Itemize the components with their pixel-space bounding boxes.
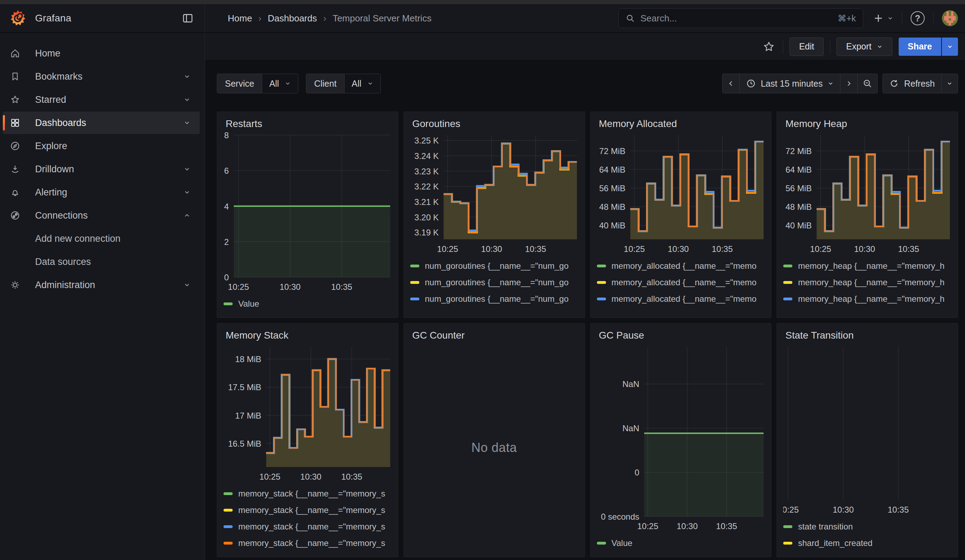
service-filter-value[interactable]: All [262,74,298,93]
sidebar-item-chevron[interactable] [183,166,191,173]
legend-label: memory_heap {__name__="memory_h [798,261,944,271]
search-icon [626,14,635,23]
share-dropdown-button[interactable] [942,38,958,56]
panel-title[interactable]: Memory Heap [785,118,951,129]
svg-text:10:35: 10:35 [341,472,362,482]
add-new-button[interactable] [873,13,893,23]
legend-item[interactable]: num_goroutines {__name__="num_go [410,274,578,291]
sidebar-item-dashboards[interactable]: Dashboards [3,112,200,134]
legend-item[interactable]: num_goroutines {__name__="num_go [410,307,578,312]
sidebar-item-drilldown[interactable]: Drilldown [3,158,200,180]
svg-text:40 MiB: 40 MiB [786,221,812,230]
breadcrumb-home[interactable]: Home [228,13,252,24]
refresh-button[interactable]: Refresh [883,74,941,93]
legend-item[interactable]: Value [597,535,765,551]
legend-item[interactable]: num_goroutines {__name__="num_go [410,291,578,307]
sidebar-item-connections[interactable]: Connections [3,204,200,227]
brand-section: Grafana [0,4,205,32]
navbar-right: Home › Dashboards › Temporal Server Metr… [205,4,965,32]
legend-item[interactable]: memory_stack {__name__="memory_s [224,502,392,518]
dashboards-icon [9,118,21,128]
refresh-interval-button[interactable] [941,74,958,93]
sidebar-item-chevron[interactable] [183,96,191,103]
sidebar-item-label: Drilldown [35,164,74,175]
help-icon[interactable]: ? [911,11,925,25]
panel-legend: num_goroutines {__name__="num_gonum_goro… [410,258,578,312]
legend-item[interactable]: memory_stack {__name__="memory_s [224,485,392,502]
sidebar-item-administration[interactable]: Administration [3,274,200,296]
legend-item[interactable]: memory_heap {__name__="memory_h [783,307,951,312]
svg-text:10:30: 10:30 [854,244,875,254]
legend-item[interactable]: Value [224,296,392,312]
sidebar-item-add-new-connection[interactable]: Add new connection [3,227,200,250]
legend-item[interactable]: state transition [783,518,951,535]
legend-label: num_goroutines {__name__="num_go [425,310,569,312]
chart-restarts[interactable]: 0246810:2510:3010:35 [224,132,392,294]
chart-memory-allocated[interactable]: 40 MiB48 MiB56 MiB64 MiB72 MiB10:2510:30… [597,132,765,256]
search-input[interactable] [640,13,833,24]
client-filter-value[interactable]: All [345,74,380,93]
favorite-star-button[interactable] [761,39,777,54]
legend-item[interactable]: memory_allocated {__name__="memo [597,291,765,307]
time-shift-forward-button[interactable] [840,74,857,93]
legend-item[interactable]: memory_heap {__name__="memory_h [783,258,951,274]
chevron-down-icon [877,44,883,50]
search-input-box[interactable]: ⌘+k [618,8,863,28]
panel-title[interactable]: GC Counter [412,330,578,341]
sidebar-item-bookmarks[interactable]: Bookmarks [3,65,200,88]
brand-name: Grafana [35,13,71,24]
chart-memory-heap[interactable]: 40 MiB48 MiB56 MiB64 MiB72 MiB10:2510:30… [783,132,951,256]
legend-item[interactable]: shard_item_created [783,535,951,551]
body-row: HomeBookmarksStarredDashboardsExploreDri… [0,33,965,560]
panel-restarts: Restarts0246810:2510:3010:35Value [217,112,398,318]
chart-state-transition[interactable]: 10:2510:3010:35 [783,344,951,517]
sidebar-item-home[interactable]: Home [3,42,200,65]
legend-item[interactable]: memory_stack {__name__="memory_s [224,535,392,551]
sidebar-item-explore[interactable]: Explore [3,135,200,157]
sidebar-item-chevron[interactable] [183,119,191,126]
chart-memory-stack[interactable]: 16.5 MiB17 MiB17.5 MiB18 MiB10:2510:3010… [224,344,392,484]
panel-title[interactable]: Goroutines [412,118,578,129]
sidebar-item-chevron[interactable] [183,189,191,196]
sidebar-item-alerting[interactable]: Alerting [3,181,200,204]
panel-legend: memory_stack {__name__="memory_smemory_s… [224,485,392,551]
sidebar-item-chevron[interactable] [183,73,191,80]
chart-goroutines[interactable]: 3.19 K3.20 K3.21 K3.22 K3.23 K3.24 K3.25… [410,132,578,256]
svg-text:64 MiB: 64 MiB [599,165,625,175]
chart-gc-pause[interactable]: 0 seconds0NaNNaN10:2510:3010:35 [597,344,765,533]
legend-item[interactable]: memory_stack {__name__="memory_s [224,518,392,535]
legend-color-dot [224,542,233,545]
panel-title[interactable]: Memory Allocated [599,118,765,129]
svg-text:3.25 K: 3.25 K [414,136,438,145]
svg-text:18 MiB: 18 MiB [235,354,262,364]
time-controls: Last 15 minutes [722,73,958,93]
legend-item[interactable]: num_goroutines {__name__="num_go [410,258,578,274]
legend-item[interactable]: memory_allocated {__name__="memo [597,274,765,291]
legend-item[interactable]: memory_heap {__name__="memory_h [783,291,951,307]
navbar-actions: ? [873,10,958,26]
svg-text:10:25: 10:25 [783,505,799,514]
panel-title[interactable]: State Transition [785,330,951,341]
panel-legend: memory_heap {__name__="memory_hmemory_he… [783,258,951,312]
sidebar-item-data-sources[interactable]: Data sources [3,250,200,273]
export-button[interactable]: Export [837,38,892,56]
zoom-out-button[interactable] [857,74,877,93]
sidebar-item-chevron[interactable] [183,281,191,289]
panel-title[interactable]: GC Pause [599,330,765,341]
sidebar-item-starred[interactable]: Starred [3,88,200,111]
svg-text:72 MiB: 72 MiB [599,146,625,156]
edit-button[interactable]: Edit [790,38,824,56]
dock-menu-icon[interactable] [180,11,195,26]
time-range-picker[interactable]: Last 15 minutes [739,74,841,93]
legend-item[interactable]: memory_heap {__name__="memory_h [783,274,951,291]
sidebar-item-chevron[interactable] [183,212,191,219]
legend-item[interactable]: memory_allocated {__name__="memo [597,258,765,274]
user-avatar[interactable] [942,10,958,26]
breadcrumb-dashboards[interactable]: Dashboards [268,13,317,24]
legend-item[interactable]: memory_allocated {__name__="memo [597,307,765,312]
panel-title[interactable]: Memory Stack [226,330,392,341]
panel-title[interactable]: Restarts [226,118,392,129]
svg-text:10:25: 10:25 [437,244,458,254]
share-button[interactable]: Share [899,38,941,56]
time-shift-back-button[interactable] [723,74,739,93]
